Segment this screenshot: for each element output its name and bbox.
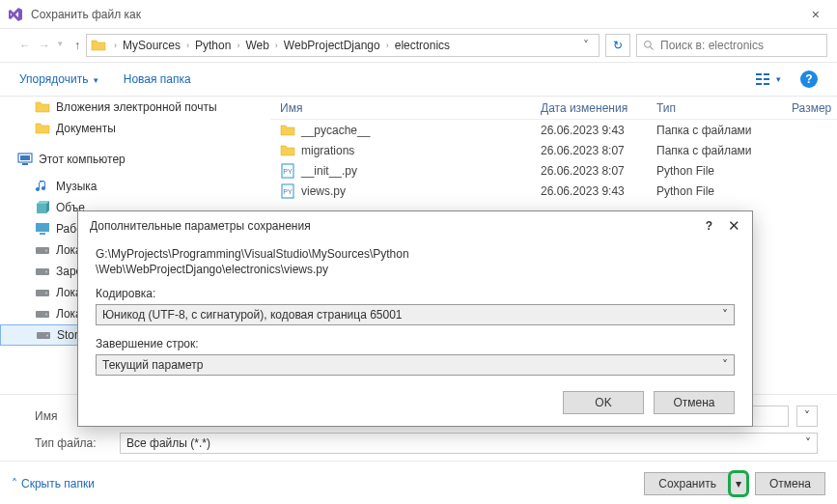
svg-point-17 <box>45 271 47 273</box>
cube-icon <box>35 200 50 215</box>
file-name: migrations <box>301 144 354 157</box>
file-date: 26.06.2023 8:07 <box>531 164 647 178</box>
dialog-help-button[interactable]: ? <box>706 219 712 233</box>
file-date: 26.06.2023 9:43 <box>531 184 647 198</box>
line-ending-label: Завершение строк: <box>96 337 735 350</box>
sidebar-item[interactable]: Вложения электронной почты <box>0 97 270 118</box>
nav-back-button: ← <box>19 39 31 52</box>
chevron-down-icon: ˅ <box>722 308 728 322</box>
column-header-size[interactable]: Размер <box>782 101 837 115</box>
file-date: 26.06.2023 9:43 <box>531 124 647 137</box>
file-row[interactable]: PYviews.py26.06.2023 9:43Python File <box>270 181 837 201</box>
dialog-title: Дополнительные параметры сохранения <box>90 219 706 233</box>
svg-rect-10 <box>22 163 28 165</box>
breadcrumb-item[interactable]: MySources <box>121 39 182 52</box>
encoding-label: Кодировка: <box>96 287 735 300</box>
file-name: __pycache__ <box>301 124 370 137</box>
svg-text:PY: PY <box>283 188 293 195</box>
svg-point-0 <box>645 42 652 48</box>
sidebar-item-this-pc[interactable]: Этот компьютер <box>0 149 270 170</box>
file-row[interactable]: PY__init__.py26.06.2023 8:07Python File <box>270 160 837 181</box>
svg-rect-2 <box>756 73 762 75</box>
chevron-down-icon: ˅ <box>805 436 811 450</box>
breadcrumb-caret[interactable]: ˅ <box>577 39 595 52</box>
svg-point-15 <box>45 250 47 252</box>
svg-rect-11 <box>37 204 46 213</box>
line-ending-select[interactable]: Текущий параметр ˅ <box>96 354 735 376</box>
view-menu[interactable]: ▾ <box>756 72 781 86</box>
computer-icon <box>17 152 33 167</box>
file-type: Папка с файлами <box>647 124 782 137</box>
advanced-save-dialog: Дополнительные параметры сохранения ? ✕ … <box>77 210 753 427</box>
sidebar-item-label: Музыка <box>56 180 97 193</box>
search-input[interactable]: Поиск в: electronics <box>636 34 827 57</box>
svg-line-1 <box>651 47 654 50</box>
dialog-close-button[interactable]: ✕ <box>728 217 740 235</box>
music-icon <box>35 179 50 194</box>
sidebar-item-label: Вложения электронной почты <box>56 100 217 114</box>
sidebar-item-music[interactable]: Музыка <box>0 176 270 197</box>
svg-point-21 <box>45 314 47 316</box>
file-row[interactable]: __pycache__26.06.2023 9:43Папка с файлам… <box>270 120 837 140</box>
column-header-date[interactable]: Дата изменения <box>531 101 647 115</box>
encoding-select[interactable]: Юникод (UTF-8, с сигнатурой), кодовая ст… <box>96 304 735 325</box>
svg-rect-7 <box>764 83 769 85</box>
breadcrumb-item[interactable]: WebProjectDjango <box>282 39 382 52</box>
breadcrumb-sep: › <box>114 41 117 50</box>
nav-up-button[interactable]: ↑ <box>74 39 80 52</box>
column-header-type[interactable]: Тип <box>647 101 782 115</box>
chevron-down-icon: ˅ <box>722 358 728 372</box>
svg-rect-6 <box>764 78 769 80</box>
svg-rect-13 <box>40 233 45 235</box>
save-button[interactable]: Сохранить <box>644 472 731 495</box>
file-name: views.py <box>301 184 346 198</box>
chevron-up-icon: ˄ <box>12 477 17 490</box>
nav-forward-button: → <box>39 39 50 52</box>
folder-icon <box>280 123 295 138</box>
breadcrumb-item[interactable]: electronics <box>393 39 452 52</box>
file-name: __init__.py <box>301 164 357 178</box>
file-row[interactable]: migrations26.06.2023 8:07Папка с файлами <box>270 140 837 160</box>
chevron-down-icon: ▾ <box>736 477 741 490</box>
cancel-button[interactable]: Отмена <box>755 472 825 495</box>
drive-icon <box>35 242 50 258</box>
sidebar-item[interactable]: Документы <box>0 118 270 139</box>
drive-icon <box>35 306 50 322</box>
svg-rect-9 <box>20 155 30 160</box>
window-close-button[interactable]: × <box>802 7 829 22</box>
column-header-name[interactable]: Имя <box>270 101 531 115</box>
refresh-button[interactable]: ↻ <box>605 34 630 57</box>
filetype-label: Тип файла: <box>35 436 112 450</box>
help-button[interactable]: ? <box>800 70 818 88</box>
organize-menu[interactable]: Упорядочить ▾ <box>19 72 98 86</box>
file-date: 26.06.2023 8:07 <box>531 144 647 157</box>
hide-folders-link[interactable]: ˄ Скрыть папки <box>12 477 95 490</box>
filetype-select[interactable]: Все файлы (*.*) ˅ <box>120 433 818 454</box>
svg-rect-3 <box>756 78 762 80</box>
folder-icon <box>35 121 50 136</box>
sidebar-item-label: Этот компьютер <box>39 153 126 166</box>
save-dropdown-button[interactable]: ▾ <box>730 472 747 495</box>
folder-icon <box>280 143 295 158</box>
new-folder-button[interactable]: Новая папка <box>124 72 191 86</box>
svg-rect-4 <box>756 83 762 85</box>
filename-history-button[interactable]: ˅ <box>796 406 818 427</box>
folder-icon <box>35 99 50 115</box>
dialog-cancel-button[interactable]: Отмена <box>654 391 735 414</box>
svg-text:PY: PY <box>283 168 293 175</box>
ok-button[interactable]: OK <box>563 391 644 414</box>
desktop-icon <box>35 221 50 237</box>
svg-rect-5 <box>764 73 769 75</box>
breadcrumb-item[interactable]: Python <box>193 39 233 52</box>
breadcrumb-item[interactable]: Web <box>243 39 270 52</box>
search-icon <box>643 40 655 51</box>
vs-icon <box>8 7 23 22</box>
python-file-icon: PY <box>280 163 295 179</box>
sidebar-item-label: Документы <box>56 122 116 135</box>
file-type: Python File <box>647 164 782 178</box>
file-type: Папка с файлами <box>647 144 782 157</box>
search-placeholder: Поиск в: electronics <box>660 39 764 52</box>
breadcrumb[interactable]: › MySources › Python › Web › WebProjectD… <box>86 34 600 57</box>
drive-icon <box>35 264 50 279</box>
python-file-icon: PY <box>280 183 295 199</box>
